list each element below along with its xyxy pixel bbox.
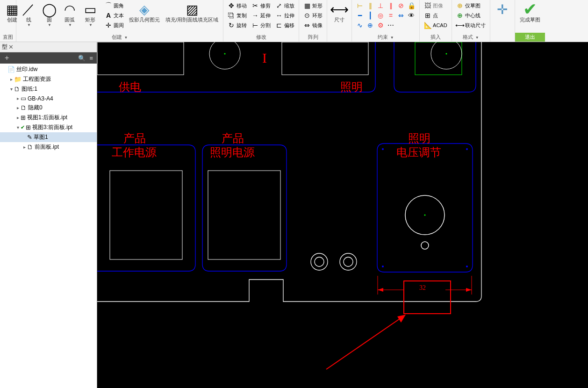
constraint-equal-button[interactable]: = [386, 11, 396, 20]
tree-item[interactable]: ▸▭GB-A3-A4 [0, 94, 97, 103]
point-icon: ✛ [105, 22, 112, 29]
circ-pattern-button[interactable]: ⊙环形 [302, 11, 324, 20]
tree-item[interactable]: ▸🗋前面板.ipt [0, 142, 97, 152]
browser-search-button[interactable]: 🔍 [76, 55, 87, 62]
driven-dim-button[interactable]: ⟷联动尺寸 [455, 21, 487, 30]
extend-button[interactable]: →延伸 [250, 11, 272, 20]
tree-node-icon: ⊞ [21, 114, 26, 121]
constraint-settings-button[interactable]: ⋯ [386, 21, 396, 30]
svg-point-13 [466, 148, 468, 150]
browser-tabbar: + 🔍 ≡ [0, 52, 97, 64]
auto-icon: ⚙ [377, 22, 384, 29]
trim-button[interactable]: ✂修剪 [250, 1, 272, 10]
tree-expand-icon[interactable]: ▸ [15, 115, 21, 120]
fillet-button[interactable]: ⌒圆角 [103, 1, 125, 10]
finish-sketch-button[interactable]: ✔完成草图 [518, 1, 542, 24]
tree-item[interactable]: ▾🗋图纸:1 [0, 84, 97, 94]
tree-node-label: 隐藏0 [28, 104, 43, 112]
tree-expand-icon[interactable]: ▸ [15, 105, 21, 110]
tree-expand-icon[interactable]: ▾ [8, 86, 14, 92]
arc-button[interactable]: ◠圆弧▼ [60, 1, 79, 28]
ribbon-toolbar: ▦ 创建 直图 ／线▼ ◯圆▼ ◠圆弧▼ ▭矩形▼ ⌒圆角 A文本 ✛圆周 ◈投… [0, 0, 588, 42]
label-light: 照明 [340, 79, 363, 94]
hatch-button[interactable]: ▨填充/用剖面线填充区域 [164, 1, 220, 24]
crosshair-icon: ✛ [495, 2, 510, 17]
centerline-button[interactable]: ⊕中心线 [455, 11, 487, 20]
point-button[interactable]: ✛圆周 [103, 21, 125, 30]
constraint-symmetric-button[interactable]: ⇔ [396, 11, 406, 20]
svg-rect-0 [97, 42, 184, 75]
svg-rect-7 [110, 171, 182, 259]
tree-node-icon: 🗋 [14, 86, 20, 93]
browser-add-tab-button[interactable]: + [2, 54, 12, 62]
svg-point-12 [382, 148, 384, 150]
constraint-smooth-button[interactable]: ∿ [355, 21, 365, 30]
constraint-tangent-button[interactable]: ⊘ [396, 1, 406, 10]
tree-node-label: GB-A3-A4 [28, 95, 53, 102]
mirror-button[interactable]: ⇔镜像 [302, 21, 324, 30]
tree-node-label: 丝印.idw [16, 65, 37, 73]
browser-menu-button[interactable]: ≡ [87, 55, 95, 62]
copy-button[interactable]: ⿻复制 [226, 11, 248, 20]
constraint-auto-button[interactable]: ⚙ [375, 21, 386, 30]
trim-icon: ✂ [251, 2, 259, 9]
constraint-concentric-button[interactable]: ◎ [375, 11, 386, 20]
offset-button[interactable]: ⊏偏移 [274, 21, 296, 30]
constraint-collinear-button[interactable]: ∥ [365, 1, 375, 10]
constraint-horizontal-button[interactable]: ━ [355, 11, 365, 20]
tree-item[interactable]: ▾✔⊞视图3:前面板.ipt [0, 122, 97, 132]
constraint-parallel-button[interactable]: ∥ [386, 1, 396, 10]
insert-acad-button[interactable]: 📐ACAD [423, 21, 449, 30]
tree-item[interactable]: ✎草图1 [0, 132, 97, 142]
driven-icon: ⟷ [456, 22, 464, 29]
tree-expand-icon[interactable]: ▾ [15, 125, 21, 130]
tree-node-label: 视图1:后面板.ipt [27, 114, 67, 122]
dimension-value[interactable]: 32 [419, 284, 426, 292]
constraint-lock-button[interactable]: 🔒 [406, 1, 416, 10]
browser-close-button[interactable]: ✕ [8, 43, 14, 50]
rect-pattern-button[interactable]: ▦矩形 [302, 1, 324, 10]
svg-rect-26 [404, 281, 451, 314]
image-icon: 🖼 [424, 2, 431, 9]
browser-tree[interactable]: 📄丝印.idw▸📁工程图资源▾🗋图纸:1▸▭GB-A3-A4▸🗋隐藏0▸⊞视图1… [0, 64, 97, 388]
tree-item[interactable]: ▸⊞视图1:后面板.ipt [0, 113, 97, 122]
line-button[interactable]: ／线▼ [19, 1, 38, 28]
insert-image-button[interactable]: 🖼图像 [423, 1, 449, 10]
tree-item[interactable]: ▸🗋隐藏0 [0, 103, 97, 113]
circle-button[interactable]: ◯圆▼ [40, 1, 58, 28]
rotate-button[interactable]: ↻旋转 [226, 21, 248, 30]
symmetric-icon: ⇔ [397, 12, 405, 19]
constraint-vertical-button[interactable]: ┃ [365, 11, 375, 20]
copy-icon: ⿻ [228, 12, 235, 19]
constraint-coincident-button[interactable]: ⊢ [355, 1, 365, 10]
tree-item[interactable]: 📄丝印.idw [0, 65, 97, 74]
tree-expand-icon[interactable]: ▸ [8, 77, 14, 82]
tree-item[interactable]: ▸📁工程图资源 [0, 74, 97, 84]
rectangle-button[interactable]: ▭矩形▼ [81, 1, 100, 28]
acad-icon: 📐 [424, 22, 431, 29]
tree-node-icon: 🗋 [21, 104, 27, 111]
dimension-button[interactable]: ⟷尺寸 [330, 1, 349, 24]
tree-expand-icon[interactable]: ▸ [22, 144, 27, 150]
stretch-button[interactable]: ↔拉伸 [274, 11, 296, 20]
tree-node-label: 草图1 [34, 133, 48, 141]
construction-button[interactable]: ⊕仅草图 [455, 1, 487, 10]
split-button[interactable]: ⊢分割 [250, 21, 272, 30]
project-geometry-button[interactable]: ◈投影几何图元 [127, 1, 162, 24]
tree-expand-icon[interactable]: ▸ [15, 96, 21, 101]
svg-point-19 [344, 257, 353, 266]
svg-rect-8 [208, 171, 280, 259]
constraint-show-button[interactable]: 👁 [406, 11, 416, 20]
move-icon: ✥ [228, 2, 235, 9]
insert-point-button[interactable]: ⊞点 [423, 11, 449, 20]
scale-button[interactable]: ⤢缩放 [274, 1, 296, 10]
drawing-canvas[interactable]: I 供电 照明 产品 工作电源 产品 照明电源 照明 电压调节 32 [97, 42, 588, 388]
move-button[interactable]: ✥移动 [226, 1, 248, 10]
constraint-perp-button[interactable]: ⊥ [375, 1, 386, 10]
show-format-button[interactable]: ✛ [493, 1, 512, 18]
svg-line-27 [326, 318, 401, 369]
stretch-icon: ↔ [275, 12, 283, 19]
text-button[interactable]: A文本 [103, 11, 125, 20]
tree-node-icon: ✎ [27, 134, 32, 141]
constraint-fix-button[interactable]: ⊕ [365, 21, 375, 30]
